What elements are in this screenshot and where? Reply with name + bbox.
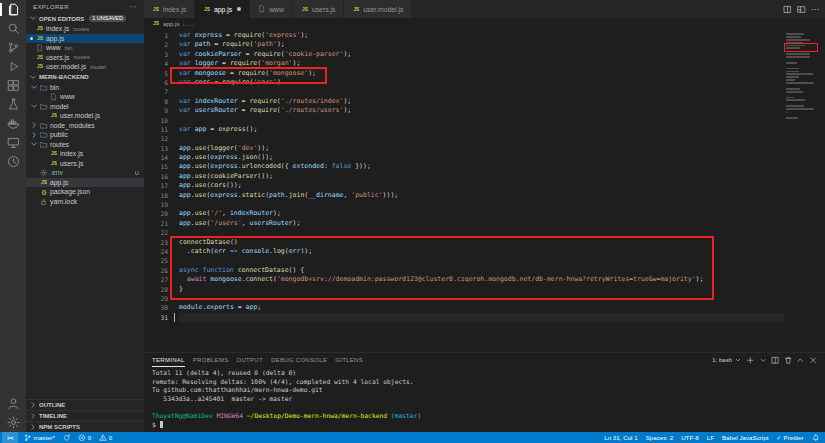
code-line[interactable]: var mongoose = require('mongoose'); <box>179 69 784 78</box>
code-line[interactable]: app.use(cookieParser()); <box>179 172 784 181</box>
open-editor-index-js[interactable]: JSindex.jsroutes <box>26 24 144 34</box>
status-errors[interactable]: 0 <box>74 432 95 443</box>
more-actions-icon[interactable]: ⋯ <box>130 3 137 11</box>
status-language-mode[interactable]: Babel JavaScript <box>718 432 772 443</box>
code-line[interactable]: .catch(err => console.log(err)); <box>179 247 784 256</box>
code-line[interactable] <box>179 228 784 237</box>
split-editor-icon[interactable] <box>783 5 792 14</box>
tree-item-bin[interactable]: bin <box>26 83 144 93</box>
tree-item-node-modules[interactable]: node_modules <box>26 121 144 131</box>
section-header-npm-scripts[interactable]: NPM SCRIPTS <box>26 421 144 432</box>
customize-layout-icon[interactable] <box>797 5 806 14</box>
tab-user-model-js[interactable]: JSuser.model.js <box>344 0 412 18</box>
tree-item-public[interactable]: public <box>26 130 144 140</box>
code-line[interactable] <box>179 313 784 322</box>
status-formatter[interactable]: ✓Prettier <box>772 432 807 443</box>
dirty-indicator-icon[interactable] <box>237 7 241 11</box>
activity-bar-item-source-control[interactable] <box>0 38 26 57</box>
tree-item-www[interactable]: www <box>26 92 144 102</box>
tree-item-users-js[interactable]: JSusers.js <box>26 159 144 169</box>
panel-tab-problems[interactable]: PROBLEMS <box>193 353 229 367</box>
activity-bar-item-gitlens[interactable] <box>0 152 26 171</box>
tab-index-js[interactable]: JSindex.js <box>144 0 195 18</box>
activity-bar-item-search[interactable] <box>0 19 26 38</box>
minimap[interactable] <box>784 31 825 352</box>
open-editor-www[interactable]: wwwbin <box>26 43 144 53</box>
activity-bar-item-extensions[interactable] <box>0 76 26 95</box>
open-editor-user-model-js[interactable]: JSuser.model.jsmodel <box>26 62 144 72</box>
status-warnings[interactable]: 0 <box>95 432 116 443</box>
tree-item-user-model-js[interactable]: JSuser.model.js <box>26 111 144 121</box>
section-header-outline[interactable]: OUTLINE <box>26 399 144 410</box>
terminal-picker-icon[interactable] <box>759 356 768 365</box>
status-remote-indicator[interactable]: >< <box>2 432 18 443</box>
code-line[interactable]: module.exports = app; <box>179 303 784 312</box>
breadcrumb-more[interactable]: … <box>188 20 194 27</box>
code-line[interactable] <box>179 134 784 143</box>
activity-bar-item-explorer[interactable] <box>0 0 26 19</box>
open-editors-header[interactable]: OPEN EDITORS 1 UNSAVED <box>26 13 144 24</box>
code-content[interactable]: var express = require('express');var pat… <box>173 31 784 352</box>
code-line[interactable]: app.use('/users', usersRouter); <box>179 219 784 228</box>
code-line[interactable]: app.use(express.static(path.join(__dirna… <box>179 191 784 200</box>
code-line[interactable]: var cookieParser = require('cookie-parse… <box>179 50 784 59</box>
code-line[interactable]: await mongoose.connect('mongodb+srv://de… <box>179 275 784 284</box>
terminal-shell-selector[interactable]: 1: bash <box>712 356 742 364</box>
tree-item-index-js[interactable]: JSindex.js <box>26 149 144 159</box>
tree-item-model[interactable]: model <box>26 102 144 112</box>
panel-tab-output[interactable]: OUTPUT <box>237 353 263 367</box>
status-eol[interactable]: LF <box>703 432 718 443</box>
code-line[interactable]: async function connectDatase() { <box>179 266 784 275</box>
tab-users-js[interactable]: JSusers.js <box>293 0 344 18</box>
open-editor-app-js[interactable]: JSapp.js <box>26 34 144 44</box>
section-header-timeline[interactable]: TIMELINE <box>26 410 144 421</box>
code-line[interactable] <box>179 256 784 265</box>
status-sync[interactable] <box>59 432 75 443</box>
code-line[interactable]: var usersRouter = require('./routes/user… <box>179 106 784 115</box>
status-cursor-position[interactable]: Ln 31, Col 1 <box>600 432 641 443</box>
tree-item-routes[interactable]: routes <box>26 140 144 150</box>
activity-bar-item-testing[interactable] <box>0 95 26 114</box>
tree-item-yarn-lock[interactable]: yarn.lock <box>26 197 144 207</box>
tab-www[interactable]: www <box>250 0 293 18</box>
code-line[interactable]: app.use(logger('dev')); <box>179 144 784 153</box>
workspace-root-header[interactable]: MERN-BACKEND <box>26 72 144 83</box>
code-line[interactable]: app.use('/', indexRouter); <box>179 209 784 218</box>
activity-bar-item-docker[interactable] <box>0 114 26 133</box>
tree-item-package-json[interactable]: {}package.json <box>26 187 144 197</box>
code-line[interactable]: var path = require('path'); <box>179 40 784 49</box>
code-line[interactable] <box>179 294 784 303</box>
activity-bar-item-run-and-debug[interactable] <box>0 57 26 76</box>
activity-bar-item-remote-explorer[interactable] <box>0 133 26 152</box>
code-line[interactable] <box>179 116 784 125</box>
tree-item-app-js[interactable]: JSapp.js <box>26 178 144 188</box>
panel-tab-terminal[interactable]: TERMINAL <box>152 353 185 367</box>
code-line[interactable]: var logger = require('morgan'); <box>179 59 784 68</box>
maximize-panel-icon[interactable] <box>796 356 805 365</box>
code-line[interactable]: var app = express(); <box>179 125 784 134</box>
code-line[interactable]: var cors = require('cors') <box>179 78 784 87</box>
code-line[interactable]: app.use(express.json()); <box>179 153 784 162</box>
status-encoding[interactable]: UTF-8 <box>677 432 703 443</box>
code-line[interactable]: } <box>179 285 784 294</box>
code-line[interactable] <box>179 200 784 209</box>
breadcrumb[interactable]: JSapp.js›… <box>144 18 825 29</box>
code-line[interactable]: var indexRouter = require('./routes/inde… <box>179 97 784 106</box>
status-git-branch[interactable]: master* <box>20 432 59 443</box>
tab-app-js[interactable]: JSapp.js <box>195 0 250 18</box>
new-terminal-icon[interactable] <box>746 356 755 365</box>
code-line[interactable]: connectDatase() <box>179 238 784 247</box>
breadcrumb-file[interactable]: app.js <box>163 20 180 27</box>
activity-bar-item-settings[interactable] <box>0 413 26 432</box>
open-editor-users-js[interactable]: JSusers.jsroutes <box>26 53 144 63</box>
status-indentation[interactable]: Spaces: 2 <box>642 432 678 443</box>
panel-tab-debug-console[interactable]: DEBUG CONSOLE <box>271 353 327 367</box>
code-line[interactable]: app.use(cors()); <box>179 181 784 190</box>
code-line[interactable] <box>179 87 784 96</box>
panel-tab-gitlens[interactable]: GITLENS <box>335 353 363 367</box>
code-line[interactable]: var express = require('express'); <box>179 31 784 40</box>
code-line[interactable]: app.use(express.urlencoded({ extended: f… <box>179 162 784 171</box>
terminal[interactable]: Total 11 (delta 4), reused 0 (delta 0)re… <box>144 367 825 432</box>
split-terminal-icon[interactable] <box>771 356 780 365</box>
code-editor[interactable]: 1234567891011121314151617181920212223242… <box>144 29 825 352</box>
